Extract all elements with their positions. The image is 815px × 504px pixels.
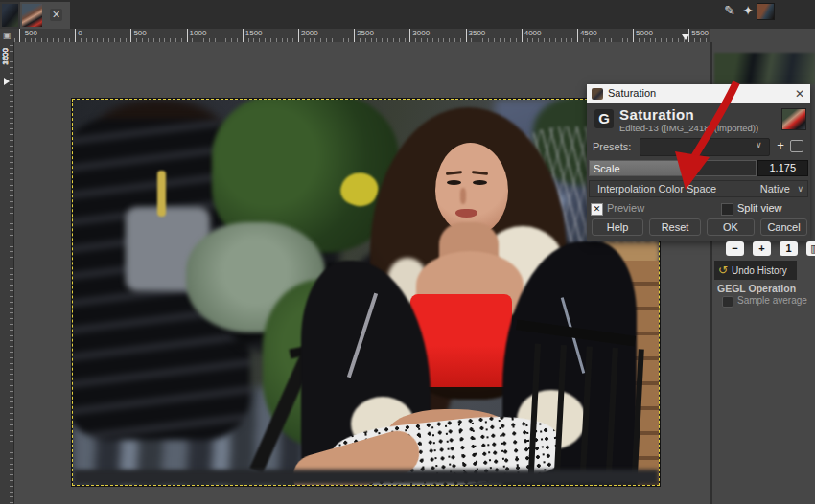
image-thumbnail [22, 4, 42, 27]
zoom-in-button[interactable]: + [753, 241, 771, 256]
image-tab-inactive[interactable] [0, 2, 20, 29]
zoom-out-button[interactable]: − [726, 241, 744, 256]
photo-eye [473, 180, 487, 185]
ruler-label: 4000 [522, 29, 577, 42]
help-button[interactable]: Help [592, 218, 643, 236]
photo-ground [73, 470, 659, 485]
reset-button[interactable]: Reset [649, 218, 701, 236]
split-view-label: Split view [737, 202, 781, 214]
photo-layer[interactable] [72, 99, 660, 486]
ruler-label: 0 [75, 29, 130, 42]
close-icon[interactable]: ✕ [792, 86, 807, 102]
star-tool-icon[interactable]: ✦ [739, 2, 757, 20]
ruler-label: -500 [19, 29, 75, 42]
chevron-down-icon: ∨ [797, 184, 803, 194]
ruler-label: 3000 [409, 29, 465, 42]
ruler-position-marker [4, 78, 10, 85]
ruler-label: 5500 [688, 29, 710, 42]
dialog-image-thumbnail [781, 108, 806, 130]
scale-slider[interactable]: Scale [589, 160, 757, 176]
photo-woman-face [435, 143, 508, 235]
preset-menu-button[interactable] [790, 140, 803, 152]
dialog-title: Saturation [608, 87, 656, 99]
ruler-label: 4500 [577, 29, 633, 42]
images-tab[interactable] [799, 259, 815, 280]
ok-button[interactable]: OK [707, 218, 755, 236]
photo-eye [447, 180, 461, 185]
undo-history-label: Undo History [732, 265, 787, 276]
zoom-fit-button[interactable]: ▥ [806, 241, 815, 256]
cancel-button[interactable]: Cancel [760, 218, 807, 236]
scale-value-input[interactable]: 1.175 [757, 160, 808, 176]
sample-average-label: Sample average [737, 295, 807, 306]
dock-preview-image [714, 53, 815, 84]
split-view-checkbox[interactable] [721, 203, 734, 216]
ruler-corner-button[interactable]: ▣ [0, 29, 14, 43]
interpolation-row[interactable]: Interpolation Color Space Native ∨ [589, 180, 808, 197]
vertical-ruler[interactable]: -5000500100015002000250030003500 [0, 42, 14, 504]
ruler-label: 2500 [354, 29, 409, 42]
dialog-subtitle: Edited-13 ([IMG_2418] (imported)) [619, 123, 758, 133]
presets-label: Presets: [593, 141, 631, 152]
ruler-position-marker [682, 34, 689, 40]
image-thumbnail [2, 4, 18, 27]
photo-chair-bars [527, 344, 660, 486]
horizontal-ruler[interactable]: -500050010001500200025003000350040004500… [13, 29, 710, 43]
dialog-app-icon [592, 88, 603, 100]
gegl-logo-icon: G [594, 109, 614, 128]
gegl-operation-label: GEGL Operation [717, 283, 796, 294]
interpolation-value: Native [760, 183, 790, 195]
ruler-label: 500 [130, 29, 186, 42]
photo-lips [455, 209, 477, 218]
image-tab-active[interactable]: ✕ [20, 2, 70, 29]
tab-close-icon[interactable]: ✕ [50, 9, 62, 21]
image-tab-bar: ✕ ✎ ✦ [0, 0, 815, 29]
ruler-label: 1500 [243, 29, 298, 42]
preview-label: Preview [607, 202, 644, 214]
scale-label: Scale [594, 163, 620, 174]
dock-image-thumbnail-icon[interactable] [757, 3, 775, 20]
zoom-1-1-button[interactable]: 1 [780, 241, 798, 256]
ruler-label: 3500 [466, 29, 522, 42]
photo-nose-shadow [460, 188, 466, 204]
photo-yellow-cord [157, 171, 166, 217]
add-preset-button[interactable]: + [774, 137, 787, 153]
chevron-down-icon: ∨ [756, 140, 762, 149]
sample-average-checkbox[interactable] [722, 296, 734, 308]
preview-checkbox[interactable]: ✕ [591, 203, 603, 216]
ruler-label: 1000 [187, 29, 243, 42]
ruler-label: 2000 [298, 29, 354, 42]
interpolation-label: Interpolation Color Space [597, 183, 716, 195]
presets-dropdown[interactable] [640, 138, 770, 156]
dialog-heading: Saturation [619, 106, 694, 123]
undo-arrows-icon: ↺ [718, 263, 728, 277]
gimp-window: ✕ ✎ ✦ ▣ -5000500100015002000250030003500… [0, 0, 815, 504]
dialog-titlebar[interactable]: Saturation ✕ [587, 84, 810, 103]
saturation-dialog: Saturation ✕ G Saturation Edited-13 ([IM… [587, 84, 810, 241]
ruler-label: 5000 [633, 29, 688, 42]
ruler-label: 3500 [1, 48, 10, 65]
pencil-tool-icon[interactable]: ✎ [721, 2, 738, 20]
